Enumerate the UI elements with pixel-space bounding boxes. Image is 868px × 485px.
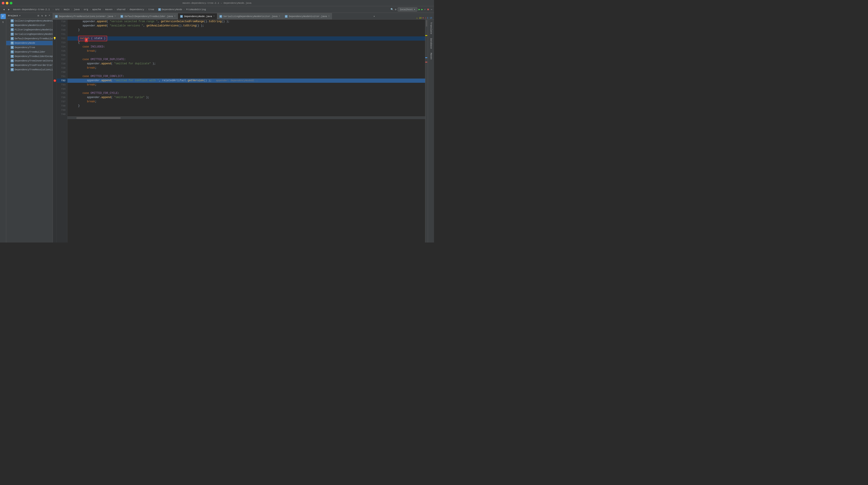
settings-btn[interactable]: ⚙ [395, 8, 397, 11]
class-icon: C [11, 33, 14, 36]
class-icon: C [11, 37, 14, 40]
code-line-729: break; [67, 66, 425, 70]
code-line-733: break; [67, 83, 425, 87]
vertical-scrollbar[interactable] [425, 20, 428, 243]
vscroll-thumb[interactable] [426, 20, 427, 27]
breadcrumb-shared[interactable]: shared [117, 8, 126, 11]
line-num-740: 740 [57, 112, 67, 117]
tab-close-btn[interactable]: × [115, 15, 116, 18]
warnings-badge: ⚠ 10 [416, 17, 422, 19]
tab-resolutionlistener[interactable]: C DependencyTreeResolutionListener.java … [53, 13, 118, 19]
tree-item-serializing[interactable]: C SerializingDependencyNodeVisitor [6, 32, 53, 36]
breadcrumb-src[interactable]: src [55, 8, 60, 11]
tab-visitor[interactable]: C DependencyNodeVisitor.java × [283, 13, 332, 19]
project-panel-header: Project ▾ ⊟ ⇅ ⚙ × [6, 13, 53, 19]
errors-badge: ✖ 1 [423, 17, 427, 19]
stop-btn[interactable]: ⏹ [427, 8, 429, 11]
tab-defaultbuilder[interactable]: C DefaultDependencyTreeBuilder.java × [118, 13, 178, 19]
close-panel-btn[interactable]: × [48, 14, 51, 17]
tree-item-depresolutionlistener[interactable]: C DependencyTreeResolutionListener [6, 67, 53, 72]
close-button[interactable] [2, 2, 4, 4]
breadcrumb-dependency[interactable]: dependency [130, 8, 144, 11]
line-num-718: 718 [57, 20, 67, 24]
warning-mark [425, 35, 427, 36]
tab-close-btn[interactable]: × [213, 15, 215, 18]
back-btn[interactable]: ◀ [2, 7, 6, 11]
translate-tab[interactable]: Translate [429, 21, 433, 36]
tree-item-label: DependencyTree [14, 46, 35, 49]
bulb-icon[interactable]: 💡 [53, 37, 56, 40]
minimize-button[interactable] [6, 2, 8, 4]
project-name[interactable]: maven-dependency-tree-2.1 [12, 8, 51, 11]
breadcrumb-class[interactable]: C DependencyNode [158, 8, 182, 11]
tab-more-btn[interactable]: ▾ [372, 13, 377, 19]
code-line-730 [67, 70, 425, 74]
class-icon: C [11, 64, 14, 67]
code-line-722: switch ( state ) [67, 36, 425, 40]
tree-item-depnode[interactable]: C DependencyNode [6, 41, 53, 45]
code-content[interactable]: appender.append( "version selected from … [67, 20, 425, 243]
maven-tab[interactable]: Maven [429, 51, 433, 61]
tab-icon: C [121, 15, 123, 18]
breadcrumb-apache[interactable]: apache [92, 8, 101, 11]
hscroll-thumb[interactable] [76, 117, 121, 119]
class-icon: C [11, 59, 14, 62]
tree-item-deptreebuilder[interactable]: C DependencyTreeBuilder [6, 50, 53, 54]
error-mark [425, 62, 427, 63]
coverage-btn[interactable]: ⚡ [424, 8, 426, 11]
structure-tab-sidebar[interactable]: S [0, 20, 6, 25]
toolbar: ◀ ▶ maven-dependency-tree-2.1 › src › ma… [0, 6, 434, 13]
tree-item-deptree[interactable]: C DependencyTree [6, 45, 53, 50]
tree-item-filtering[interactable]: C FilteringDependencyNodeVisitor [6, 28, 53, 32]
localhost-selector[interactable]: localhost ▾ [398, 7, 417, 11]
class-icon: C [11, 41, 14, 44]
project-tab[interactable]: P [0, 14, 6, 19]
inline-hint: appender: DependencyNode$I... [216, 79, 258, 83]
collapse-all-btn[interactable]: ⊟ [37, 14, 40, 17]
breadcrumb-java[interactable]: java [74, 8, 80, 11]
project-label: Project [8, 14, 18, 17]
line-num-730: 730 [57, 70, 67, 74]
debug-run-btn[interactable]: ▶ [421, 8, 423, 11]
line-numbers: 718 719 720 721 722 723 724 725 726 727 … [57, 20, 67, 243]
breadcrumb-tree[interactable]: tree [148, 8, 154, 11]
sort-btn[interactable]: ⇅ [41, 14, 43, 17]
search-btn[interactable]: 🔍 [391, 8, 394, 11]
breadcrumb-org[interactable]: org [84, 8, 88, 11]
breadcrumb-method[interactable]: m toNodeString [186, 8, 206, 11]
settings-panel-btn[interactable]: ⚙ [44, 14, 47, 17]
line-num-726: 726 [57, 53, 67, 57]
tab-close-btn[interactable]: × [328, 15, 330, 18]
line-num-723: 723 [57, 40, 67, 45]
tree-item-depnodevisitor[interactable]: C DependencyNodeVisitor [6, 23, 53, 28]
tree-item-deptreebuilderex[interactable]: C DependencyTreeBuilderException [6, 54, 53, 59]
horizontal-scrollbar[interactable] [67, 117, 425, 119]
tab-close-btn[interactable]: × [174, 15, 176, 18]
editor-area: 💡 🔴 [53, 20, 428, 243]
line-num-736: 736 [57, 95, 67, 100]
line-num-733: 733 [57, 83, 67, 87]
tree-item-depinverse[interactable]: C DependencyTreeInverseIterator [6, 59, 53, 63]
tab-icon: C [55, 15, 58, 18]
code-line-734 [67, 87, 425, 91]
tab-label: DependencyNode.java [184, 15, 212, 18]
switch-state-code: switch ( state ) [78, 36, 107, 41]
tree-item-collecting[interactable]: C CollectingDependencyNodeVisitor [6, 19, 53, 23]
database-tab[interactable]: Database [429, 36, 433, 51]
code-line-725: break; [67, 49, 425, 53]
tab-serializing[interactable]: C SerializingDependencyNodeVisitor.java … [217, 13, 283, 19]
forward-btn[interactable]: ▶ [7, 7, 11, 11]
tab-close-btn[interactable]: × [279, 15, 280, 18]
tree-item-deppreorder[interactable]: C DependencyTreePreorderIterator [6, 63, 53, 67]
title-bar: maven-dependency-tree-2.1 – DependencyNo… [0, 0, 434, 6]
tree-item-defaultbuilder[interactable]: C DefaultDependencyTreeBuilder [6, 36, 53, 41]
breadcrumb-main[interactable]: main [64, 8, 69, 11]
code-line-739 [67, 108, 425, 112]
more-btn[interactable]: ⋯ [431, 8, 432, 11]
run-btn[interactable]: ▶ [419, 8, 420, 11]
localhost-label: localhost [400, 8, 413, 11]
tab-depnode[interactable]: C DependencyNode.java × [178, 13, 217, 19]
breadcrumb-maven[interactable]: maven [105, 8, 113, 11]
code-line-732: appender.append( "omitted for conflict w… [67, 79, 425, 83]
maximize-button[interactable] [10, 2, 12, 4]
